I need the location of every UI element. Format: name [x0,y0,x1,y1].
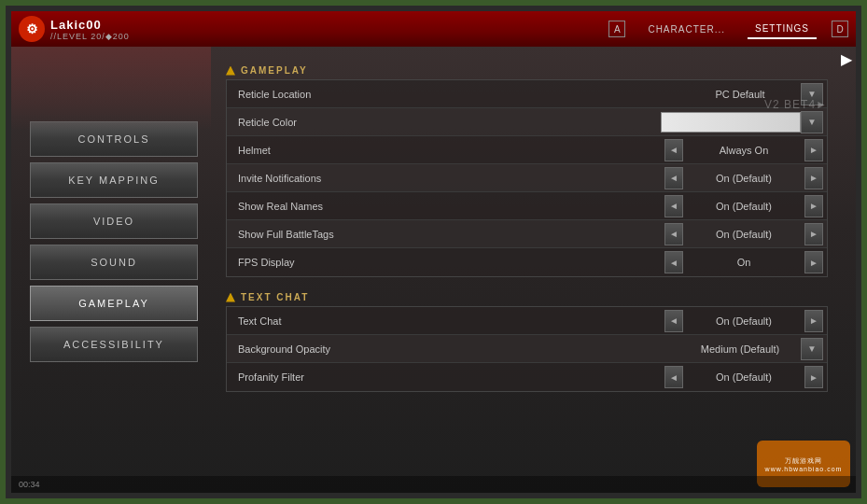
invite-notifications-right-arrow[interactable]: ► [804,167,823,189]
background-opacity-dropdown[interactable]: ▼ [801,338,823,360]
reticle-location-control: PC Default ▼ [622,83,827,105]
watermark-subtext: www.hbwanbiao.com [765,466,843,472]
show-full-battletags-label: Show Full BattleTags [227,229,622,240]
fps-display-left-arrow[interactable]: ◄ [664,251,683,273]
level-text: //LEVEL 20/◆200 [50,32,130,41]
text-chat-left-arrow[interactable]: ◄ [664,310,683,332]
show-real-names-label: Show Real Names [227,201,622,212]
show-real-names-control: ◄ On (Default) ► [622,195,827,217]
header-nav: A CHARACTER... SETTINGS D [608,20,848,39]
bottom-time: 00:34 [19,480,40,489]
bottom-bar: 00:34 [11,476,856,493]
sidebar-btn-video[interactable]: VIDEO [30,203,198,239]
fps-display-value: On [683,257,804,268]
sidebar: CONTROLS KEY MAPPING VIDEO SOUND GAMEPLA… [11,47,217,493]
show-full-battletags-left-arrow[interactable]: ◄ [664,223,683,245]
text-chat-section-icon [226,293,235,302]
profanity-filter-left-arrow[interactable]: ◄ [664,366,683,388]
invite-notifications-label: Invite Notifications [227,173,622,184]
helmet-control: ◄ Always On ► [622,139,827,161]
helmet-right-arrow[interactable]: ► [804,139,823,161]
table-row: Helmet ◄ Always On ► [227,136,827,164]
fps-display-control: ◄ On ► [622,251,827,273]
table-row: Text Chat ◄ On (Default) ► [227,307,827,335]
header: ⚙ Lakic00 //LEVEL 20/◆200 A CHARACTER...… [11,11,856,47]
nav-icon-a[interactable]: A [608,21,625,37]
profanity-filter-value: On (Default) [683,371,804,383]
show-real-names-left-arrow[interactable]: ◄ [664,195,683,217]
text-chat-right-arrow[interactable]: ► [804,310,823,332]
background-opacity-value: Medium (Default) [679,343,801,355]
sidebar-btn-controls[interactable]: CONTROLS [30,121,198,157]
show-full-battletags-control: ◄ On (Default) ► [622,223,827,245]
text-chat-label: Text Chat [227,315,622,327]
table-row: FPS Display ◄ On ► [227,248,827,276]
username: Lakic00 [50,18,130,32]
text-chat-rows: Text Chat ◄ On (Default) ► Background Op… [226,306,828,392]
settings-panel: V2 BET4► GAMEPLAY Reticle Location PC De… [217,47,856,493]
background-opacity-label: Background Opacity [227,343,622,355]
text-chat-section-header: TEXT CHAT [226,292,828,302]
background-opacity-control: Medium (Default) ▼ [622,338,827,360]
gameplay-section-icon [226,66,235,76]
nav-icon-d[interactable]: D [832,21,848,37]
color-swatch[interactable] [661,112,801,133]
fps-display-right-arrow[interactable]: ► [804,251,823,273]
show-full-battletags-value: On (Default) [683,229,804,240]
reticle-color-dropdown[interactable]: ▼ [801,111,823,133]
invite-notifications-control: ◄ On (Default) ► [622,167,827,189]
user-info: Lakic00 //LEVEL 20/◆200 [50,18,130,41]
reticle-location-value: PC Default [679,89,801,100]
table-row: Background Opacity Medium (Default) ▼ [227,335,827,363]
invite-notifications-left-arrow[interactable]: ◄ [664,167,683,189]
profanity-filter-label: Profanity Filter [227,371,622,383]
logo-icon: ⚙ [19,16,45,42]
invite-notifications-value: On (Default) [683,173,804,184]
text-chat-value: On (Default) [683,315,804,327]
sidebar-btn-key-mapping[interactable]: KEY MAPPING [30,162,198,198]
outer-border: ⚙ Lakic00 //LEVEL 20/◆200 A CHARACTER...… [0,0,867,504]
text-chat-control: ◄ On (Default) ► [622,310,827,332]
table-row: Reticle Location PC Default ▼ [227,80,827,108]
show-full-battletags-right-arrow[interactable]: ► [804,223,823,245]
profanity-filter-right-arrow[interactable]: ► [804,366,823,388]
profanity-filter-control: ◄ On (Default) ► [622,366,827,388]
watermark-text: 万靓游戏网 [785,456,822,466]
reticle-color-control: ▼ [622,111,827,133]
nav-character[interactable]: CHARACTER... [640,21,733,38]
gameplay-section-header: GAMEPLAY [226,65,828,76]
gameplay-section: GAMEPLAY Reticle Location PC Default ▼ R… [226,65,828,277]
text-chat-section: TEXT CHAT Text Chat ◄ On (Default) ► [226,292,828,392]
table-row: Show Real Names ◄ On (Default) ► [227,192,827,220]
sidebar-btn-sound[interactable]: SOUND [30,245,198,280]
show-real-names-value: On (Default) [683,201,804,212]
table-row: Show Full BattleTags ◄ On (Default) ► [227,220,827,248]
gameplay-section-title: GAMEPLAY [241,65,308,76]
sidebar-btn-accessibility[interactable]: ACCESSIBILITY [30,327,198,362]
fps-display-label: FPS Display [227,257,622,268]
main-content: CONTROLS KEY MAPPING VIDEO SOUND GAMEPLA… [11,47,856,493]
sidebar-btn-gameplay[interactable]: GAMEPLAY [30,286,198,321]
reticle-color-label: Reticle Color [227,117,622,128]
nav-settings[interactable]: SETTINGS [748,20,817,39]
gameplay-rows: Reticle Location PC Default ▼ Reticle Co… [226,79,828,277]
helmet-left-arrow[interactable]: ◄ [664,139,683,161]
helmet-value: Always On [683,145,804,156]
table-row: Reticle Color ▼ [227,108,827,136]
header-logo: ⚙ Lakic00 //LEVEL 20/◆200 [19,16,130,42]
reticle-location-dropdown[interactable]: ▼ [801,83,823,105]
table-row: Invite Notifications ◄ On (Default) ► [227,164,827,192]
reticle-location-label: Reticle Location [227,89,622,100]
show-real-names-right-arrow[interactable]: ► [804,195,823,217]
text-chat-section-title: TEXT CHAT [241,292,309,302]
table-row: Profanity Filter ◄ On (Default) ► [227,363,827,391]
helmet-label: Helmet [227,145,622,156]
